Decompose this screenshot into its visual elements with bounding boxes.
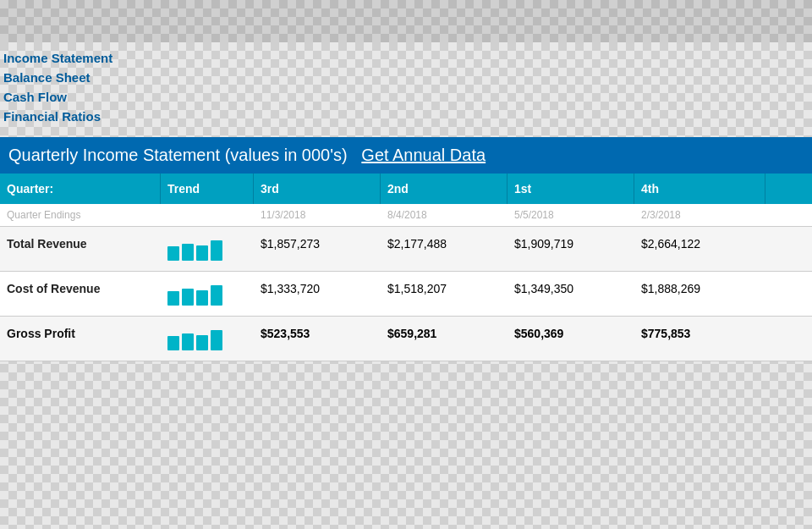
nav-section: Income Statement Balance Sheet Cash Flow… — [0, 42, 812, 137]
mini-bar — [167, 336, 179, 350]
val-2nd: $659,281 — [381, 317, 508, 361]
quarter-ending-label: Quarter Endings — [0, 204, 161, 226]
income-statement-table: Quarter: Trend 3rd 2nd 1st 4th Quarter E… — [0, 174, 812, 361]
mini-bar — [167, 291, 179, 306]
mini-bar — [167, 246, 179, 261]
nav-cash-flow[interactable]: Cash Flow — [3, 90, 805, 104]
header-title: Quarterly Income Statement (values in 00… — [8, 146, 348, 164]
trend-bars — [161, 272, 254, 316]
mini-bars-container — [167, 282, 247, 306]
val-3rd: $1,857,273 — [254, 227, 381, 271]
main-header: Quarterly Income Statement (values in 00… — [0, 137, 812, 174]
top-decoration — [0, 0, 812, 42]
quarter-ending-2nd: 8/4/2018 — [381, 204, 508, 226]
val-3rd: $1,333,720 — [254, 272, 381, 316]
mini-bar — [196, 290, 208, 306]
mini-bar — [182, 244, 194, 261]
page-wrapper: Income Statement Balance Sheet Cash Flow… — [0, 0, 812, 529]
row-label: Cost of Revenue — [0, 272, 161, 316]
quarter-ending-4th: 2/3/2018 — [634, 204, 765, 226]
row-label: Gross Profit — [0, 317, 161, 361]
mini-bar — [196, 335, 208, 350]
val-2nd: $1,518,207 — [381, 272, 508, 316]
val-4th: $1,888,269 — [634, 272, 765, 316]
annual-data-link[interactable]: Get Annual Data — [361, 146, 486, 164]
col-header-2nd: 2nd — [381, 174, 508, 204]
val-1st: $1,349,350 — [508, 272, 634, 316]
table-row: Cost of Revenue $1,333,720 $1,518,207 $1… — [0, 272, 812, 317]
mini-bar — [211, 285, 222, 306]
table-body: Total Revenue $1,857,273 $2,177,488 $1,9… — [0, 227, 812, 361]
val-3rd: $523,553 — [254, 317, 381, 361]
mini-bar — [182, 289, 194, 306]
col-header-4th: 4th — [634, 174, 765, 204]
quarter-ending-trend — [161, 204, 254, 226]
val-4th: $775,853 — [634, 317, 765, 361]
quarter-ending-3rd: 11/3/2018 — [254, 204, 381, 226]
trend-bars — [161, 317, 254, 361]
quarter-ending-1st: 5/5/2018 — [508, 204, 634, 226]
col-header-trend: Trend — [161, 174, 254, 204]
nav-balance-sheet[interactable]: Balance Sheet — [3, 70, 805, 85]
mini-bar — [211, 240, 222, 261]
mini-bars-container — [167, 327, 247, 350]
col-header-3rd: 3rd — [254, 174, 381, 204]
mini-bar — [196, 245, 208, 261]
val-1st: $560,369 — [508, 317, 634, 361]
table-row: Gross Profit $523,553 $659,281 $560,369 … — [0, 317, 812, 361]
col-header-1st: 1st — [508, 174, 634, 204]
mini-bar — [211, 330, 222, 350]
row-label: Total Revenue — [0, 227, 161, 271]
col-header-quarter: Quarter: — [0, 174, 161, 204]
val-4th: $2,664,122 — [634, 227, 765, 271]
nav-income-statement[interactable]: Income Statement — [3, 51, 805, 65]
table-row: Total Revenue $1,857,273 $2,177,488 $1,9… — [0, 227, 812, 272]
quarter-ending-row: Quarter Endings 11/3/2018 8/4/2018 5/5/2… — [0, 204, 812, 227]
val-1st: $1,909,719 — [508, 227, 634, 271]
val-2nd: $2,177,488 — [381, 227, 508, 271]
mini-bars-container — [167, 237, 247, 261]
mini-bar — [182, 333, 194, 350]
nav-financial-ratios[interactable]: Financial Ratios — [3, 109, 805, 124]
table-header-row: Quarter: Trend 3rd 2nd 1st 4th — [0, 174, 812, 204]
trend-bars — [161, 227, 254, 271]
